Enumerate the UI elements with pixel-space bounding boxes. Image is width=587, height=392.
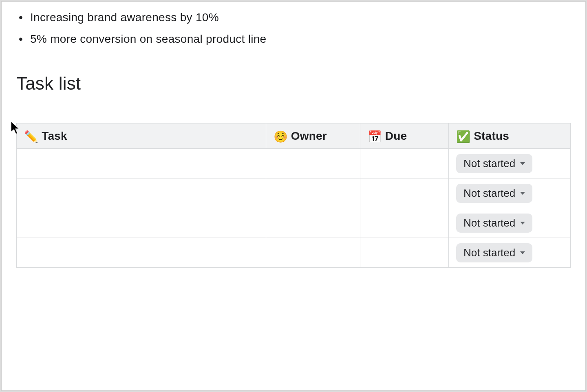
table-row: Not started	[17, 178, 571, 208]
due-cell[interactable]	[360, 208, 448, 238]
col-header-owner[interactable]: ☺️Owner	[266, 123, 360, 149]
due-cell[interactable]	[360, 178, 448, 208]
chevron-down-icon	[520, 251, 525, 254]
chevron-down-icon	[520, 222, 525, 225]
task-input[interactable]	[24, 156, 258, 170]
col-header-label: Owner	[291, 130, 327, 142]
owner-cell[interactable]	[266, 208, 360, 238]
col-header-label: Due	[385, 130, 407, 142]
chevron-down-icon	[520, 162, 525, 165]
bullet-text: Increasing brand awareness by 10%	[30, 11, 219, 24]
status-dropdown[interactable]: Not started	[456, 243, 532, 262]
status-cell: Not started	[449, 149, 571, 178]
status-cell: Not started	[449, 238, 571, 268]
section-title[interactable]: Task list	[16, 73, 585, 94]
due-cell[interactable]	[360, 149, 448, 178]
table-row: Not started	[17, 238, 571, 268]
col-header-status[interactable]: ✅Status	[449, 123, 571, 149]
calendar-icon: 📅	[368, 130, 382, 143]
status-label: Not started	[463, 217, 515, 229]
bullet-item[interactable]: Increasing brand awareness by 10%	[16, 7, 585, 28]
table-row: Not started	[17, 208, 571, 238]
col-header-task[interactable]: ✏️Task	[17, 123, 266, 149]
status-label: Not started	[463, 157, 515, 170]
pencil-icon: ✏️	[24, 130, 38, 143]
smile-icon: ☺️	[274, 130, 288, 143]
task-input[interactable]	[24, 246, 258, 260]
table-row: Not started	[17, 149, 571, 178]
task-cell[interactable]	[17, 208, 266, 238]
bullet-item[interactable]: 5% more conversion on seasonal product l…	[16, 28, 585, 50]
col-header-due[interactable]: 📅Due	[360, 123, 448, 149]
check-icon: ✅	[456, 130, 470, 143]
owner-cell[interactable]	[266, 238, 360, 268]
task-cell[interactable]	[17, 178, 266, 208]
task-cell[interactable]	[17, 149, 266, 178]
chevron-down-icon	[520, 192, 525, 195]
col-header-label: Task	[42, 130, 67, 142]
task-input[interactable]	[24, 186, 258, 200]
due-cell[interactable]	[360, 238, 448, 268]
bullet-list: Increasing brand awareness by 10% 5% mor…	[16, 7, 585, 50]
owner-cell[interactable]	[266, 178, 360, 208]
status-cell: Not started	[449, 208, 571, 238]
status-label: Not started	[463, 187, 515, 200]
status-dropdown[interactable]: Not started	[456, 184, 532, 203]
status-dropdown[interactable]: Not started	[456, 214, 532, 233]
bullet-text: 5% more conversion on seasonal product l…	[30, 33, 266, 45]
status-label: Not started	[463, 247, 515, 259]
owner-cell[interactable]	[266, 149, 360, 178]
task-cell[interactable]	[17, 238, 266, 268]
status-dropdown[interactable]: Not started	[456, 154, 532, 173]
status-cell: Not started	[449, 178, 571, 208]
task-input[interactable]	[24, 216, 258, 230]
task-table: ✏️Task ☺️Owner 📅Due ✅Status Not startedN…	[16, 123, 571, 268]
document-page: Increasing brand awareness by 10% 5% mor…	[1, 1, 586, 391]
col-header-label: Status	[474, 130, 509, 142]
task-table-wrap: ✏️Task ☺️Owner 📅Due ✅Status Not startedN…	[16, 123, 571, 268]
